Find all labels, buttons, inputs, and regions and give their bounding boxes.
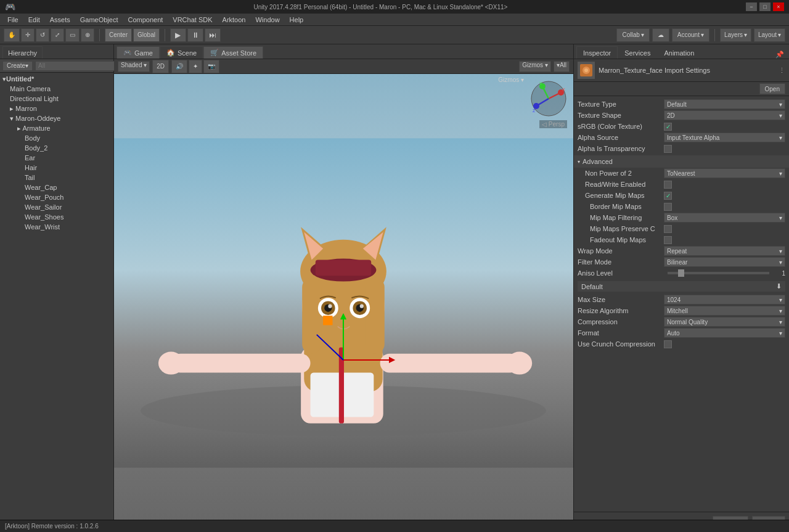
- camera-toggle[interactable]: 📷: [203, 60, 219, 73]
- tree-item-maron-oddeye[interactable]: ▾ Maron-Oddeye: [0, 113, 113, 123]
- move-tool-button[interactable]: ✛: [21, 28, 35, 42]
- maximize-button[interactable]: □: [759, 2, 771, 11]
- viewport-toolbar: Shaded ▾ 2D 🔊 ✦ 📷 Gizmos ▾ ▾All: [114, 59, 573, 74]
- tree-item-tail[interactable]: Tail: [0, 173, 113, 182]
- srgb-checkbox[interactable]: [664, 123, 672, 131]
- step-button[interactable]: ⏭: [205, 28, 221, 42]
- tree-item-untitled[interactable]: ▾ Untitled*: [0, 74, 113, 84]
- prop-border-mip: Border Mip Maps: [574, 201, 789, 212]
- inspector-more-icon[interactable]: ⋮: [779, 67, 785, 75]
- resize-algo-dropdown[interactable]: Mitchell ▾: [664, 306, 785, 316]
- tree-item-armature[interactable]: ▸ Armature: [0, 123, 113, 133]
- aniso-slider[interactable]: [668, 272, 769, 274]
- tree-item-wear-cap[interactable]: Wear_Cap: [0, 182, 113, 192]
- menu-edit[interactable]: Edit: [23, 14, 45, 26]
- collab-label: Collab: [622, 31, 639, 38]
- read-write-checkbox[interactable]: [664, 181, 672, 189]
- status-bar: [Arktoon] Remote version : 1.0.2.6: [0, 520, 789, 532]
- tab-inspector[interactable]: Inspector: [576, 46, 618, 59]
- account-button[interactable]: Account ▾: [672, 28, 709, 42]
- menu-window[interactable]: Window: [250, 14, 284, 26]
- max-size-dropdown[interactable]: 1024 ▾: [664, 295, 785, 305]
- tree-item-body2[interactable]: Body_2: [0, 143, 113, 153]
- audio-toggle[interactable]: 🔊: [171, 60, 187, 73]
- menu-gameobject[interactable]: GameObject: [75, 14, 123, 26]
- collab-button[interactable]: Collab ▾: [616, 28, 649, 42]
- border-mip-checkbox[interactable]: [664, 203, 672, 211]
- tab-asset-store[interactable]: 🛒 Asset Store: [203, 46, 263, 59]
- layout-button[interactable]: Layout ▾: [754, 28, 785, 42]
- play-button[interactable]: ▶: [170, 28, 186, 42]
- texture-type-dropdown[interactable]: Default ▾: [664, 99, 785, 109]
- prop-resize-algo: Resize Algorithm Mitchell ▾: [574, 305, 789, 316]
- gizmos-label: Gizmos ▾: [498, 76, 524, 83]
- effects-toggle[interactable]: ✦: [189, 60, 202, 73]
- menu-file[interactable]: File: [2, 14, 23, 26]
- 2d-toggle[interactable]: 2D: [152, 60, 169, 73]
- hierarchy-search-input[interactable]: [35, 61, 120, 71]
- tree-item-ear[interactable]: Ear: [0, 153, 113, 163]
- tab-hierarchy[interactable]: Hierarchy: [2, 46, 43, 59]
- wrap-mode-dropdown[interactable]: Repeat ▾: [664, 246, 785, 256]
- mip-maps-checkbox[interactable]: [664, 192, 672, 200]
- inspector-header: Marron_Texture_face Import Settings ⋮: [574, 59, 789, 82]
- hierarchy-create-button[interactable]: Create ▾: [2, 61, 33, 71]
- tree-item-marron[interactable]: ▸ Marron: [0, 104, 113, 113]
- rect-tool-button[interactable]: ▭: [65, 28, 80, 42]
- alpha-source-dropdown[interactable]: Input Texture Alpha ▾: [664, 133, 785, 142]
- tab-game[interactable]: 🎮 Game: [117, 46, 160, 59]
- inspector-pin-icon[interactable]: 📌: [773, 51, 787, 59]
- tree-item-body[interactable]: Body: [0, 133, 113, 143]
- non-power2-dropdown[interactable]: ToNearest ▾: [664, 168, 785, 178]
- tree-item-wear-shoes[interactable]: Wear_Shoes: [0, 212, 113, 222]
- menu-help[interactable]: Help: [285, 14, 309, 26]
- account-label: Account: [677, 31, 700, 38]
- tree-item-wear-sailor[interactable]: Wear_Sailor: [0, 202, 113, 212]
- layers-button[interactable]: Layers ▾: [720, 28, 751, 42]
- tree-item-main-camera[interactable]: Main Camera: [0, 84, 113, 94]
- tree-item-directional-light[interactable]: Directional Light: [0, 94, 113, 104]
- texture-shape-dropdown[interactable]: 2D ▾: [664, 110, 785, 120]
- center-button[interactable]: Center: [105, 28, 132, 42]
- tab-animation[interactable]: Animation: [657, 46, 701, 59]
- menu-vrchat-sdk[interactable]: VRChat SDK: [168, 14, 217, 26]
- prop-wrap-mode: Wrap Mode Repeat ▾: [574, 245, 789, 256]
- menu-arktoon[interactable]: Arktoon: [218, 14, 251, 26]
- pause-button[interactable]: ⏸: [187, 28, 203, 42]
- compression-dropdown[interactable]: Normal Quality ▾: [664, 317, 785, 327]
- format-dropdown[interactable]: Auto ▾: [664, 328, 785, 338]
- svg-rect-10: [366, 277, 385, 353]
- svg-text:X: X: [562, 88, 565, 92]
- section-advanced[interactable]: ▾ Advanced: [574, 155, 789, 168]
- transform-tool-button[interactable]: ⊕: [81, 28, 94, 42]
- gizmos-dropdown[interactable]: Gizmos ▾: [519, 61, 551, 72]
- viewport-icons: 🔊 ✦ 📷: [171, 60, 219, 73]
- cloud-button[interactable]: ☁: [652, 28, 669, 42]
- hand-tool-button[interactable]: ✋: [4, 28, 20, 42]
- tab-scene[interactable]: 🏠 Scene: [160, 46, 203, 59]
- filter-mode-dropdown[interactable]: Bilinear ▾: [664, 257, 785, 267]
- account-arrow: ▾: [701, 31, 704, 38]
- tree-item-hair[interactable]: Hair: [0, 163, 113, 173]
- scale-tool-button[interactable]: ⤢: [51, 28, 64, 42]
- prop-crunch: Use Crunch Compression: [574, 338, 789, 350]
- rotate-tool-button[interactable]: ↺: [36, 28, 49, 42]
- menu-component[interactable]: Component: [123, 14, 168, 26]
- global-button[interactable]: Global: [133, 28, 160, 42]
- open-button[interactable]: Open: [759, 83, 785, 94]
- prop-texture-shape: Texture Shape 2D ▾: [574, 110, 789, 121]
- tree-item-wear-pouch[interactable]: Wear_Pouch: [0, 192, 113, 202]
- tree-item-wear-wrist[interactable]: Wear_Wrist: [0, 222, 113, 232]
- fadeout-mip-checkbox[interactable]: [664, 236, 672, 244]
- crunch-checkbox[interactable]: [664, 340, 672, 348]
- minimize-button[interactable]: −: [746, 2, 757, 11]
- menu-assets[interactable]: Assets: [45, 14, 75, 26]
- all-dropdown[interactable]: ▾All: [554, 61, 570, 72]
- mip-preserve-checkbox[interactable]: [664, 225, 672, 233]
- close-button[interactable]: ×: [773, 2, 784, 11]
- shading-dropdown[interactable]: Shaded ▾: [118, 61, 150, 72]
- alpha-transparency-checkbox[interactable]: [664, 145, 672, 153]
- tab-services[interactable]: Services: [618, 46, 657, 59]
- mip-filtering-dropdown[interactable]: Box ▾: [664, 213, 785, 223]
- scene-view[interactable]: X Y Z ◁ Persp Gizmos ▾: [114, 74, 573, 532]
